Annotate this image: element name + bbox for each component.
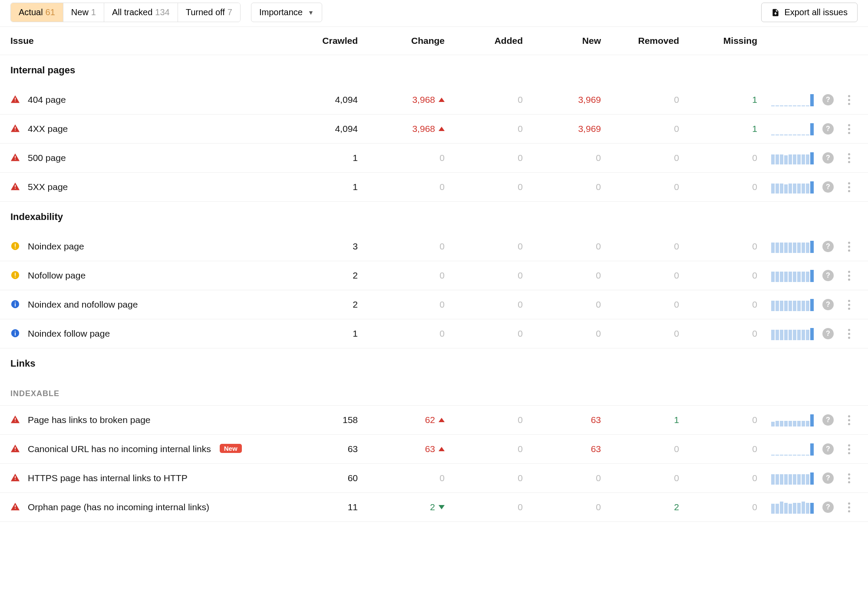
table-row[interactable]: 5XX page 1 0 0 0 0 0 ? <box>0 173 868 202</box>
table-row[interactable]: Orphan page (has no incoming internal li… <box>0 493 868 522</box>
cell-value: 2 <box>430 502 435 512</box>
table-row[interactable]: Noindex follow page 1 0 0 0 0 0 ? <box>0 319 868 348</box>
warning-icon <box>10 270 20 280</box>
sparkline <box>766 327 814 340</box>
cell-value: 0 <box>688 241 766 252</box>
sparkline <box>766 240 814 253</box>
issue-label: 4XX page <box>28 123 68 134</box>
subsection-header: Indexable <box>0 379 868 406</box>
sort-dropdown[interactable]: Importance ▼ <box>251 3 322 22</box>
cell-value: 2 <box>297 299 366 310</box>
critical-icon <box>10 415 20 424</box>
table-row[interactable]: Canonical URL has no incoming internal l… <box>0 435 868 464</box>
warning-icon <box>10 241 20 251</box>
cell-value: 0 <box>610 124 688 134</box>
cell-value: 63 <box>425 444 435 454</box>
table-row[interactable]: 4XX page 4,094 3,968 0 3,969 0 1 ? <box>0 115 868 144</box>
more-menu-button[interactable] <box>844 299 854 310</box>
help-icon[interactable]: ? <box>822 299 834 310</box>
cell-value: 0 <box>453 473 531 483</box>
export-button[interactable]: Export all issues <box>761 3 858 22</box>
cell-value: 3,968 <box>412 124 435 134</box>
trend-down-icon <box>439 505 445 509</box>
table-row[interactable]: Noindex and nofollow page 2 0 0 0 0 0 ? <box>0 290 868 319</box>
cell-value: 0 <box>688 328 766 339</box>
col-header-crawled: Crawled <box>297 36 366 46</box>
tab-label: Turned off <box>186 7 225 17</box>
more-menu-button[interactable] <box>844 241 854 252</box>
cell-value: 0 <box>453 95 531 105</box>
table-row[interactable]: HTTPS page has internal links to HTTP 60… <box>0 464 868 493</box>
col-header-added: Added <box>453 36 531 46</box>
more-menu-button[interactable] <box>844 328 854 339</box>
cell-value: 0 <box>439 153 445 163</box>
cell-value: 0 <box>531 270 610 281</box>
more-menu-button[interactable] <box>844 502 854 513</box>
tab-group: Actual 61 New 1 All tracked 134 Turned o… <box>10 3 241 22</box>
tab-label: Actual <box>19 7 43 17</box>
more-menu-button[interactable] <box>844 181 854 193</box>
cell-value: 0 <box>439 328 445 339</box>
cell-value: 60 <box>297 473 366 483</box>
cell-value: 0 <box>531 182 610 192</box>
cell-value: 2 <box>610 502 688 512</box>
col-header-issue: Issue <box>10 36 297 46</box>
cell-value: 0 <box>531 473 610 483</box>
trend-up-icon <box>439 98 445 102</box>
help-icon[interactable]: ? <box>822 472 834 484</box>
help-icon[interactable]: ? <box>822 181 834 193</box>
more-menu-button[interactable] <box>844 472 854 484</box>
table-row[interactable]: Noindex page 3 0 0 0 0 0 ? <box>0 232 868 261</box>
more-menu-button[interactable] <box>844 443 854 455</box>
new-badge: New <box>220 444 242 453</box>
cell-value: 0 <box>688 473 766 483</box>
chevron-down-icon: ▼ <box>308 9 314 16</box>
cell-value: 0 <box>531 328 610 339</box>
tab-new[interactable]: New 1 <box>63 3 104 22</box>
help-icon[interactable]: ? <box>822 123 834 134</box>
help-icon[interactable]: ? <box>822 502 834 513</box>
more-menu-button[interactable] <box>844 94 854 105</box>
cell-value: 0 <box>610 328 688 339</box>
cell-value: 0 <box>610 299 688 310</box>
help-icon[interactable]: ? <box>822 152 834 164</box>
help-icon[interactable]: ? <box>822 414 834 426</box>
issue-label: Nofollow page <box>28 269 86 281</box>
table-row[interactable]: Nofollow page 2 0 0 0 0 0 ? <box>0 261 868 290</box>
trend-up-icon <box>439 418 445 422</box>
tab-all-tracked[interactable]: All tracked 134 <box>104 3 178 22</box>
table-row[interactable]: 404 page 4,094 3,968 0 3,969 0 1 ? <box>0 85 868 115</box>
tab-label: All tracked <box>112 7 152 17</box>
help-icon[interactable]: ? <box>822 94 834 105</box>
issue-label: Noindex page <box>28 240 84 252</box>
trend-up-icon <box>439 447 445 451</box>
tab-count: 1 <box>91 7 96 17</box>
cell-value: 0 <box>439 473 445 483</box>
table-row[interactable]: 500 page 1 0 0 0 0 0 ? <box>0 144 868 173</box>
more-menu-button[interactable] <box>844 123 854 134</box>
more-menu-button[interactable] <box>844 152 854 164</box>
cell-value: 0 <box>453 182 531 192</box>
more-menu-button[interactable] <box>844 414 854 426</box>
more-menu-button[interactable] <box>844 270 854 281</box>
tab-actual[interactable]: Actual 61 <box>11 3 63 22</box>
help-icon[interactable]: ? <box>822 270 834 281</box>
cell-value: 3,968 <box>412 95 435 105</box>
help-icon[interactable]: ? <box>822 328 834 339</box>
cell-value: 3 <box>297 241 366 252</box>
tab-count: 7 <box>228 7 232 17</box>
export-label: Export all issues <box>784 7 848 17</box>
tab-turned-off[interactable]: Turned off 7 <box>178 3 240 22</box>
cell-value: 0 <box>610 444 688 454</box>
table-row[interactable]: Page has links to broken page 158 62 0 6… <box>0 406 868 435</box>
table-header-row: Issue Crawled Change Added New Removed M… <box>0 26 868 55</box>
critical-icon <box>10 473 20 482</box>
help-icon[interactable]: ? <box>822 443 834 455</box>
col-header-missing: Missing <box>688 36 766 46</box>
cell-value: 0 <box>439 270 445 281</box>
sparkline <box>766 413 814 426</box>
cell-value: 1 <box>297 182 366 192</box>
col-header-new: New <box>531 36 610 46</box>
help-icon[interactable]: ? <box>822 241 834 252</box>
cell-value: 0 <box>531 502 610 512</box>
